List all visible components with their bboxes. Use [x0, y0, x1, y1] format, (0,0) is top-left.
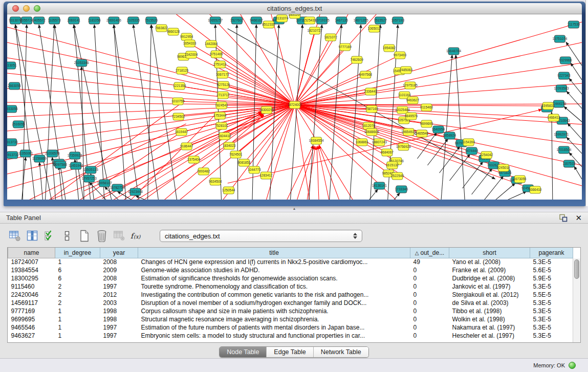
table-cell[interactable]: 2008 — [100, 274, 138, 282]
select-column-button[interactable] — [25, 229, 40, 243]
tab-node-table[interactable]: Node Table — [220, 347, 266, 357]
table-cell[interactable]: 9463627 — [8, 332, 55, 340]
table-cell[interactable]: Investigating the contribution of common… — [138, 291, 410, 299]
table-scrollbar[interactable] — [573, 258, 580, 342]
network-edge[interactable] — [190, 43, 295, 105]
tab-edge-table[interactable]: Edge Table — [266, 347, 313, 357]
network-edge[interactable] — [568, 123, 582, 139]
table-cell[interactable]: 0 — [410, 266, 449, 274]
table-cell[interactable]: 1 — [55, 315, 100, 323]
citation-network-graph[interactable]: 9313074205572424055721105573206914111810… — [7, 14, 582, 200]
table-cell[interactable]: 1998 — [100, 315, 138, 323]
table-cell[interactable]: 1997 — [100, 282, 138, 291]
table-cell[interactable]: 1 — [55, 332, 100, 340]
network-edge[interactable] — [552, 112, 553, 200]
panel-divider-handle[interactable]: ▴ — [291, 206, 298, 211]
table-row[interactable]: 1456911722003Disruption of a novel membe… — [8, 299, 573, 307]
network-edge[interactable] — [187, 105, 295, 146]
table-cell[interactable]: 14569117 — [8, 299, 55, 307]
table-cell[interactable]: 5.3E-5 — [530, 315, 573, 323]
network-edge[interactable] — [295, 104, 582, 105]
network-edge[interactable] — [295, 105, 469, 142]
network-edge[interactable] — [143, 115, 263, 200]
table-cell[interactable]: 5.5E-5 — [530, 291, 573, 299]
network-window-titlebar[interactable]: citations_edges.txt — [7, 3, 582, 14]
network-edge[interactable] — [15, 25, 35, 200]
table-cell[interactable]: Embryonic stem cells: a model to study s… — [138, 332, 410, 340]
table-cell[interactable]: Disruption of a novel member of a sodium… — [138, 299, 410, 307]
network-edge[interactable] — [495, 183, 515, 200]
network-edge[interactable] — [295, 105, 441, 200]
table-cell[interactable]: Corpus callosum shape and size in male p… — [138, 307, 410, 315]
network-edge[interactable] — [151, 25, 178, 200]
table-cell[interactable]: 0 — [410, 332, 449, 340]
table-cell[interactable]: Hescheler et al. (1997) — [449, 332, 530, 340]
deselect-all-rows-button[interactable] — [59, 229, 75, 243]
table-cell[interactable]: 1997 — [100, 323, 138, 332]
table-cell[interactable]: Structural magnetic resonance image aver… — [138, 315, 410, 323]
table-row[interactable]: 1830029562008Estimation of significance … — [8, 274, 573, 282]
network-edge[interactable] — [350, 25, 361, 200]
network-edge[interactable] — [23, 25, 27, 200]
table-cell[interactable]: 5.6E-5 — [530, 266, 573, 274]
create-column-button[interactable] — [77, 229, 92, 243]
table-cell[interactable]: Tourette syndrome. Phenomenology and cla… — [138, 282, 410, 291]
network-edge[interactable] — [237, 25, 238, 200]
network-edge[interactable] — [210, 14, 295, 105]
network-edge[interactable] — [571, 63, 582, 80]
network-edge[interactable] — [366, 189, 378, 200]
network-edge[interactable] — [39, 25, 66, 200]
table-cell[interactable]: 5.3E-5 — [530, 299, 573, 307]
tab-network-table[interactable]: Network Table — [313, 347, 368, 357]
table-cell[interactable]: Tibbo et al. (1998) — [449, 307, 530, 315]
float-panel-icon[interactable] — [559, 214, 568, 222]
table-cell[interactable]: 2 — [55, 291, 100, 299]
network-edge[interactable] — [297, 146, 314, 200]
table-cell[interactable]: 0 — [410, 315, 449, 323]
scrollbar-thumb[interactable] — [574, 259, 579, 279]
table-cell[interactable]: 0 — [410, 282, 449, 291]
table-row[interactable]: 946362711997Embryonic stem cells: a mode… — [8, 332, 573, 340]
table-row[interactable]: 946554611997Estimation of the future num… — [8, 323, 573, 332]
column-header-name[interactable]: name — [8, 248, 55, 258]
column-header-pagerank[interactable]: pagerank — [530, 248, 573, 258]
table-cell[interactable]: 1 — [55, 258, 100, 266]
network-edge[interactable] — [307, 146, 315, 200]
close-panel-icon[interactable]: ✕ — [575, 214, 582, 222]
table-cell[interactable]: 1997 — [100, 332, 138, 340]
table-row[interactable]: 2242004622012Investigating the contribut… — [8, 291, 573, 299]
network-edge[interactable] — [94, 25, 104, 200]
table-cell[interactable]: 9699695 — [8, 315, 55, 323]
table-row[interactable]: 969969511998Structural magnetic resonanc… — [8, 315, 573, 323]
network-edge[interactable] — [59, 166, 62, 200]
table-cell[interactable]: 6 — [55, 266, 100, 274]
table-selector-dropdown[interactable]: citations_edges.txt — [160, 230, 362, 242]
network-canvas[interactable]: 9313074205572424055721105573206914111810… — [7, 14, 582, 200]
table-cell[interactable]: 1 — [55, 307, 100, 315]
table-cell[interactable]: Dudbridge et al. (2008) — [449, 274, 530, 282]
network-edge[interactable] — [329, 25, 341, 200]
table-cell[interactable]: 49 — [410, 258, 449, 266]
table-cell[interactable]: 2008 — [100, 258, 138, 266]
network-edge[interactable] — [569, 78, 582, 94]
network-edge[interactable] — [318, 146, 329, 200]
column-header-year[interactable]: year — [100, 248, 138, 258]
table-cell[interactable]: 5.9E-5 — [530, 274, 573, 282]
function-builder-button[interactable]: f (x) — [129, 229, 144, 243]
network-edge[interactable] — [130, 112, 218, 200]
table-cell[interactable]: 5.3E-5 — [530, 307, 573, 315]
table-cell[interactable]: de Silva et al. (2003) — [449, 299, 530, 307]
column-header-outde[interactable]: △out_de... — [410, 248, 449, 258]
table-cell[interactable]: Jankovic et al. (1997) — [449, 282, 530, 291]
network-edge[interactable] — [574, 166, 582, 179]
network-edge[interactable] — [179, 105, 295, 117]
column-header-indegree[interactable]: in_degree — [55, 248, 100, 258]
table-cell[interactable]: Estimation of significance thresholds fo… — [138, 274, 410, 282]
table-cell[interactable]: Stergiakouli et al. (2012) — [449, 291, 530, 299]
table-cell[interactable]: 0 — [410, 299, 449, 307]
network-edge[interactable] — [567, 91, 582, 108]
close-window-icon[interactable] — [12, 5, 19, 12]
table-cell[interactable]: 9777169 — [8, 307, 55, 315]
network-edge[interactable] — [295, 22, 582, 105]
network-edge[interactable] — [7, 105, 295, 131]
